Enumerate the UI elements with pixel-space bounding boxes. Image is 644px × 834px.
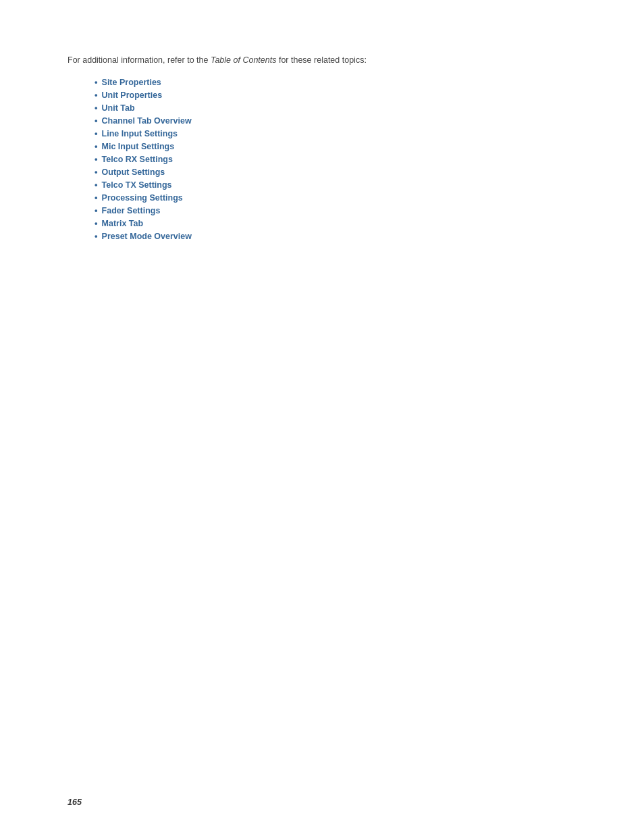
intro-paragraph: For additional information, refer to the… <box>68 54 576 67</box>
list-item: •Mic Input Settings <box>95 142 576 151</box>
list-item: •Site Properties <box>95 78 576 87</box>
topic-link-matrix-tab[interactable]: Matrix Tab <box>102 219 144 228</box>
bullet-icon: • <box>95 206 98 215</box>
bullet-icon: • <box>95 116 98 125</box>
list-item: •Matrix Tab <box>95 219 576 228</box>
list-item: •Preset Mode Overview <box>95 232 576 241</box>
list-item: •Output Settings <box>95 167 576 177</box>
intro-italic: Table of Contents <box>211 55 277 65</box>
topic-link-preset-mode-overview[interactable]: Preset Mode Overview <box>102 232 192 241</box>
topic-link-processing-settings[interactable]: Processing Settings <box>102 193 183 203</box>
list-item: •Unit Properties <box>95 90 576 100</box>
bullet-icon: • <box>95 180 98 189</box>
bullet-icon: • <box>95 78 98 86</box>
page-number: 165 <box>68 798 82 807</box>
intro-text-after: for these related topics: <box>276 55 366 65</box>
bullet-icon: • <box>95 103 98 112</box>
intro-text-before: For additional information, refer to the <box>68 55 211 65</box>
topic-link-telco-tx-settings[interactable]: Telco TX Settings <box>102 180 172 190</box>
list-item: •Unit Tab <box>95 103 576 113</box>
topic-link-unit-tab[interactable]: Unit Tab <box>102 103 135 113</box>
bullet-icon: • <box>95 167 98 176</box>
bullet-icon: • <box>95 155 98 163</box>
topic-link-channel-tab-overview[interactable]: Channel Tab Overview <box>102 116 192 126</box>
topic-link-site-properties[interactable]: Site Properties <box>102 78 161 87</box>
bullet-icon: • <box>95 90 98 99</box>
topic-link-line-input-settings[interactable]: Line Input Settings <box>102 129 178 138</box>
topic-link-telco-rx-settings[interactable]: Telco RX Settings <box>102 155 173 164</box>
topic-link-output-settings[interactable]: Output Settings <box>102 167 165 177</box>
page-content: For additional information, refer to the… <box>0 0 644 285</box>
list-item: •Channel Tab Overview <box>95 116 576 126</box>
list-item: •Telco RX Settings <box>95 155 576 164</box>
bullet-icon: • <box>95 232 98 240</box>
bullet-icon: • <box>95 142 98 151</box>
topic-list: •Site Properties•Unit Properties•Unit Ta… <box>95 78 576 241</box>
list-item: •Fader Settings <box>95 206 576 215</box>
bullet-icon: • <box>95 129 98 138</box>
bullet-icon: • <box>95 193 98 202</box>
list-item: •Line Input Settings <box>95 129 576 138</box>
topic-link-fader-settings[interactable]: Fader Settings <box>102 206 161 215</box>
list-item: •Processing Settings <box>95 193 576 203</box>
topic-link-mic-input-settings[interactable]: Mic Input Settings <box>102 142 175 151</box>
bullet-icon: • <box>95 219 98 228</box>
list-item: •Telco TX Settings <box>95 180 576 190</box>
topic-link-unit-properties[interactable]: Unit Properties <box>102 90 163 100</box>
